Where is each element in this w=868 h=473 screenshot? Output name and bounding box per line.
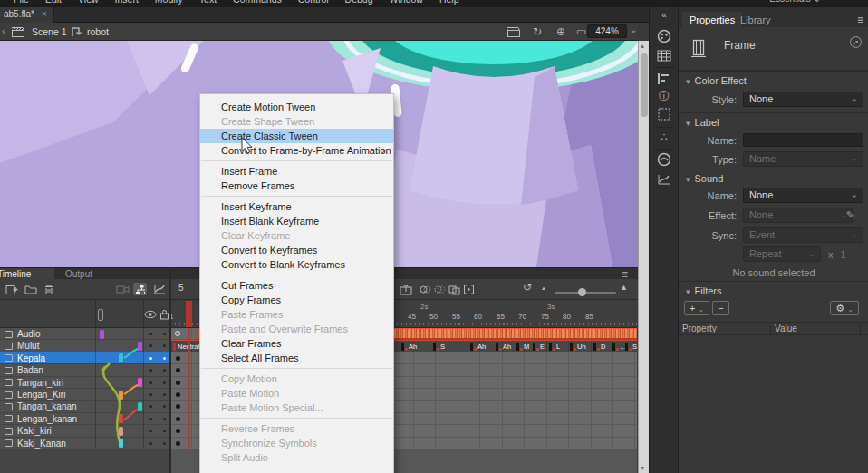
parenting-bar-lengan-kanan[interactable] xyxy=(119,414,123,423)
keyframe-dot[interactable] xyxy=(176,417,180,421)
keyframe-dot[interactable] xyxy=(176,356,180,361)
center-frame-icon[interactable]: ⊕ xyxy=(556,25,565,38)
menu-item-insert-keyframe[interactable]: Insert Keyframe xyxy=(200,199,393,214)
parenting-bar-kaki-kanan[interactable] xyxy=(119,439,123,448)
keyframe-marker[interactable] xyxy=(625,343,628,351)
menu-item-convert-to-frame-by-frame-animation[interactable]: Convert to Frame-by-Frame Animation› xyxy=(200,143,393,158)
document-tab[interactable]: ab5.fla* × xyxy=(0,7,54,23)
keyframe-marker[interactable] xyxy=(612,343,615,351)
menu-insert[interactable]: Insert xyxy=(107,0,147,6)
color-palette-icon[interactable] xyxy=(650,29,679,43)
dots-icon[interactable]: ∴ xyxy=(650,130,679,143)
menu-item-cut-frames[interactable]: Cut Frames xyxy=(200,278,393,293)
collapse-panels-icon[interactable]: « xyxy=(650,10,679,20)
layer-lock-dot[interactable] xyxy=(163,357,166,360)
keyframe-marker[interactable] xyxy=(533,343,535,351)
keyframe-marker[interactable] xyxy=(433,343,436,351)
keyframe-marker[interactable] xyxy=(496,343,498,351)
menu-item-copy-motion[interactable]: Copy Motion xyxy=(200,372,393,386)
menu-item-split-audio[interactable]: Split Audio xyxy=(200,450,393,465)
camera-icon[interactable] xyxy=(116,284,130,294)
keyframe-dot[interactable] xyxy=(176,404,180,409)
layer-lock-dot[interactable] xyxy=(163,418,166,420)
menu-item-create-classic-tween[interactable]: Create Classic Tween xyxy=(200,129,393,143)
onion-skin-icon[interactable] xyxy=(420,284,431,295)
zoom-dropdown-icon[interactable]: ⌄ xyxy=(630,24,637,34)
keyframe-dot[interactable] xyxy=(176,441,180,446)
menu-view[interactable]: View xyxy=(70,0,107,6)
menu-commands[interactable]: Commands xyxy=(225,0,290,6)
menu-item-paste-motion[interactable]: Paste Motion xyxy=(200,386,393,401)
workspace-switcher[interactable]: Essentials ⌄ xyxy=(769,0,821,6)
transform-icon[interactable] xyxy=(650,108,679,121)
menu-item-convert-to-keyframes[interactable]: Convert to Keyframes xyxy=(200,243,393,257)
tab-library[interactable]: Library xyxy=(733,12,778,28)
clip-stage-icon[interactable] xyxy=(507,27,521,37)
breadcrumb-scene[interactable]: Scene 1 xyxy=(32,26,67,37)
menu-item-convert-to-blank-keyframes[interactable]: Convert to Blank Keyframes xyxy=(200,257,393,272)
keyframe-dot[interactable] xyxy=(176,392,180,397)
parenting-bar-tangan-kanan[interactable] xyxy=(138,402,142,411)
playhead[interactable] xyxy=(186,301,192,327)
align-icon[interactable] xyxy=(650,72,679,85)
scroll-up-icon[interactable]: ▴ xyxy=(641,42,644,50)
lock-icon[interactable] xyxy=(159,309,169,320)
keyframe-marker[interactable] xyxy=(470,343,473,351)
zoom-in-timeline-icon[interactable]: ▲ xyxy=(620,283,628,292)
layer-lock-dot[interactable] xyxy=(163,381,166,384)
menu-item-clear-frames[interactable]: Clear Frames xyxy=(200,336,393,351)
layer-lock-dot[interactable] xyxy=(163,430,166,432)
menu-item-insert-frame[interactable]: Insert Frame xyxy=(200,164,393,179)
filter-options[interactable]: ⚙ ⌄ xyxy=(830,301,862,315)
scroll-down-icon[interactable]: ▾ xyxy=(641,464,644,472)
loop-playback-icon[interactable]: ↺ xyxy=(523,281,532,294)
rotate-stage-icon[interactable]: ↻ xyxy=(533,25,542,38)
back-icon[interactable]: ‹ xyxy=(2,25,5,36)
menu-item-create-motion-tween[interactable]: Create Motion Tween xyxy=(200,100,393,114)
parenting-bar-kaki-kiri[interactable] xyxy=(119,427,123,436)
export-frames-icon[interactable] xyxy=(400,284,412,295)
menu-help[interactable]: Help xyxy=(431,0,468,6)
keyframe-marker[interactable] xyxy=(549,343,552,351)
layer-name[interactable]: Tangan_kiri xyxy=(17,378,63,388)
motion-editor-icon[interactable] xyxy=(650,173,679,186)
menu-item-insert-blank-keyframe[interactable]: Insert Blank Keyframe xyxy=(200,214,393,228)
remove-filter-button[interactable]: − xyxy=(712,301,728,315)
keyframe-marker[interactable] xyxy=(401,343,404,351)
menu-window[interactable]: Window xyxy=(381,0,431,6)
keyframe-marker[interactable] xyxy=(173,343,176,351)
style-dropdown[interactable]: None ⌄ xyxy=(743,92,863,107)
cc-libraries-icon[interactable] xyxy=(650,152,679,167)
menu-edit[interactable]: Edit xyxy=(37,0,70,6)
layer-name[interactable]: Mulut xyxy=(17,341,39,351)
timeline-zoom-knob[interactable] xyxy=(578,288,586,296)
add-filter-button[interactable]: + ⌄ xyxy=(684,301,709,315)
layer-parenting-icon[interactable] xyxy=(133,283,147,295)
layer-name[interactable]: Lengan_kanan xyxy=(17,414,77,424)
layer-name[interactable]: Kaki_Kanan xyxy=(17,439,66,449)
new-layer-icon[interactable] xyxy=(5,284,18,295)
menu-item-paste-and-overwrite-frames[interactable]: Paste and Overwrite Frames xyxy=(200,322,393,336)
frame-range-icon[interactable] xyxy=(463,284,475,295)
delete-layer-icon[interactable] xyxy=(43,284,54,295)
menu-item-paste-motion-special[interactable]: Paste Motion Special... xyxy=(200,401,393,415)
quick-share-icon[interactable]: ↗ xyxy=(850,36,862,48)
new-folder-icon[interactable] xyxy=(24,284,37,294)
keyframe-hollow[interactable] xyxy=(175,331,180,336)
close-icon[interactable]: × xyxy=(42,9,47,19)
info-icon[interactable]: ⓘ xyxy=(650,89,679,104)
layer-lock-dot[interactable] xyxy=(163,393,166,396)
layer-lock-dot[interactable] xyxy=(163,442,166,445)
menu-file[interactable]: File xyxy=(5,0,37,6)
fit-view-icon[interactable]: ▭ xyxy=(576,25,586,38)
repeat-count[interactable]: 1 xyxy=(841,249,846,260)
layer-name[interactable]: Audio xyxy=(17,329,41,339)
edit-multiple-frames-icon[interactable] xyxy=(448,284,460,295)
menu-item-create-shape-tween[interactable]: Create Shape Tween xyxy=(200,114,393,129)
layer-lock-dot[interactable] xyxy=(163,333,166,335)
layer-name[interactable]: Badan xyxy=(17,365,43,375)
menu-item-clear-keyframe[interactable]: Clear Keyframe xyxy=(200,228,393,243)
menu-item-paste-frames[interactable]: Paste Frames xyxy=(200,307,393,322)
section-header-sound[interactable]: ▾Sound xyxy=(686,173,723,184)
swatches-icon[interactable] xyxy=(650,50,679,63)
